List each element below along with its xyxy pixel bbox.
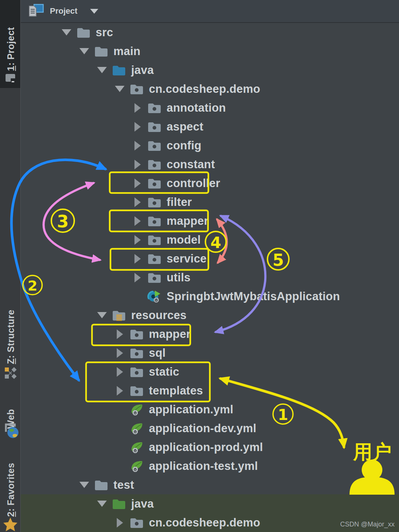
tree-row-label: sql xyxy=(149,346,166,360)
spring-config-icon xyxy=(130,460,144,472)
tree-row-label: src xyxy=(96,26,113,39)
tree-row-label: model xyxy=(167,233,201,247)
tree-row-java[interactable]: java xyxy=(20,494,399,513)
folder-test-icon xyxy=(112,498,126,510)
tool-window-button-favorites[interactable]: 2: Favorites xyxy=(6,463,16,517)
expand-toggle-icon[interactable] xyxy=(115,518,125,528)
expand-toggle-icon[interactable] xyxy=(115,386,125,396)
intellij-project-panel: 1: Project Z: Structure Web xyxy=(0,0,399,532)
folder-icon xyxy=(76,26,91,39)
expand-toggle-icon[interactable] xyxy=(115,348,125,358)
expand-toggle-icon[interactable] xyxy=(133,160,142,169)
collapse-toggle-icon[interactable] xyxy=(97,501,107,507)
package-icon xyxy=(130,83,144,95)
tool-window-button-structure[interactable]: Z: Structure xyxy=(6,309,16,364)
expand-toggle-icon[interactable] xyxy=(133,141,142,150)
package-icon xyxy=(130,384,144,397)
structure-icon xyxy=(4,366,17,381)
tree-row-label: service xyxy=(167,252,207,265)
tree-row-application-yml[interactable]: application.yml xyxy=(20,400,399,419)
tree-row-label: cn.codesheep.demo xyxy=(149,516,260,529)
favorites-star-icon xyxy=(3,517,18,532)
tree-row-label: SpringbtJwtMybatisApplication xyxy=(167,290,340,303)
collapse-toggle-icon[interactable] xyxy=(62,29,71,35)
tree-row-cn-codesheep-demo[interactable]: cn.codesheep.demo xyxy=(20,79,399,98)
package-icon xyxy=(147,271,161,284)
tree-row-service[interactable]: service xyxy=(20,249,399,268)
tree-row-label: test xyxy=(113,478,134,492)
expand-toggle-icon[interactable] xyxy=(133,122,142,132)
tree-row-utils[interactable]: utils xyxy=(20,268,399,287)
tree-row-application-prod-yml[interactable]: application-prod.yml xyxy=(20,438,399,457)
tool-window-stripe: 1: Project Z: Structure Web xyxy=(0,0,21,532)
tree-row-label: cn.codesheep.demo xyxy=(149,82,260,96)
package-icon xyxy=(147,253,161,265)
tree-row-sql[interactable]: sql xyxy=(20,343,399,362)
collapse-toggle-icon[interactable] xyxy=(97,312,107,318)
collapse-toggle-icon[interactable] xyxy=(79,48,89,54)
tree-row-src[interactable]: src xyxy=(20,23,399,42)
tree-row-config[interactable]: config xyxy=(20,136,399,155)
project-view-icon xyxy=(28,3,44,19)
tree-row-label: static xyxy=(149,365,179,379)
package-icon xyxy=(147,196,161,209)
tree-row-cn-codesheep-demo[interactable]: cn.codesheep.demo xyxy=(20,513,399,532)
package-icon xyxy=(130,366,144,378)
tree-row-controller[interactable]: controller xyxy=(20,174,399,193)
expand-toggle-icon[interactable] xyxy=(133,254,142,264)
tree-row-java[interactable]: java xyxy=(20,61,399,79)
tree-row-label: main xyxy=(113,45,140,58)
tree-row-static[interactable]: static xyxy=(20,362,399,381)
package-icon xyxy=(147,215,161,227)
expand-toggle-icon[interactable] xyxy=(133,235,142,245)
tree-row-springbtjwtmybatisapplication[interactable]: SpringbtJwtMybatisApplication xyxy=(20,287,399,306)
folder-icon xyxy=(94,479,108,491)
tree-row-model[interactable]: model xyxy=(20,230,399,249)
package-icon xyxy=(147,234,161,246)
tree-row-aspect[interactable]: aspect xyxy=(20,117,399,136)
tree-row-label: application-prod.yml xyxy=(149,441,263,454)
chevron-down-icon xyxy=(90,9,98,14)
project-tool-icon xyxy=(5,72,16,85)
tree-row-filter[interactable]: filter xyxy=(20,193,399,211)
project-view-selector[interactable]: Project xyxy=(28,3,98,19)
tree-row-label: mapper xyxy=(149,328,191,341)
tree-row-mapper[interactable]: mapper xyxy=(20,325,399,343)
expand-toggle-icon[interactable] xyxy=(133,197,142,207)
tree-row-annotation[interactable]: annotation xyxy=(20,98,399,117)
tree-row-label: utils xyxy=(167,271,191,284)
package-icon xyxy=(147,177,161,190)
expand-toggle-icon[interactable] xyxy=(133,273,142,282)
tree-row-label: application.yml xyxy=(149,403,233,416)
tree-row-label: annotation xyxy=(167,101,226,115)
tree-row-templates[interactable]: templates xyxy=(20,381,399,400)
package-icon xyxy=(147,121,161,133)
expand-toggle-icon[interactable] xyxy=(115,367,125,377)
project-view-title: Project xyxy=(50,6,78,16)
tree-row-application-test-yml[interactable]: application-test.yml xyxy=(20,457,399,475)
tree-row-mapper[interactable]: mapper xyxy=(20,211,399,230)
tree-row-application-dev-yml[interactable]: application-dev.yml xyxy=(20,419,399,438)
tree-row-label: filter xyxy=(167,196,192,209)
folder-icon xyxy=(94,45,108,58)
tree-row-resources[interactable]: resources xyxy=(20,306,399,325)
project-tree: srcmainjavacn.codesheep.demoannotationas… xyxy=(20,23,399,532)
tree-row-label: application-test.yml xyxy=(149,460,258,473)
tree-row-label: constant xyxy=(167,158,215,171)
tree-row-constant[interactable]: constant xyxy=(20,155,399,174)
package-icon xyxy=(147,139,161,152)
tree-row-test[interactable]: test xyxy=(20,475,399,494)
collapse-toggle-icon[interactable] xyxy=(79,482,89,488)
tree-row-main[interactable]: main xyxy=(20,42,399,61)
tool-window-button-project[interactable]: 1: Project xyxy=(6,27,16,71)
collapse-toggle-icon[interactable] xyxy=(115,86,125,92)
expand-toggle-icon[interactable] xyxy=(133,216,142,226)
package-icon xyxy=(130,347,144,359)
expand-toggle-icon[interactable] xyxy=(133,103,142,113)
collapse-toggle-icon[interactable] xyxy=(97,67,107,73)
expand-toggle-icon[interactable] xyxy=(133,179,142,188)
package-icon xyxy=(147,158,161,171)
tree-row-label: config xyxy=(167,139,201,152)
expand-toggle-icon[interactable] xyxy=(115,329,125,339)
spring-config-icon xyxy=(130,441,144,454)
